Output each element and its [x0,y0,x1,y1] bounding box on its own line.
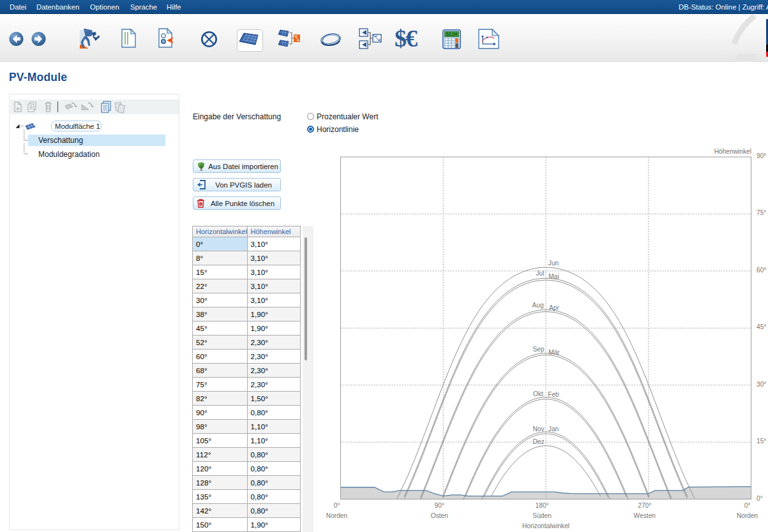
svg-text:Sep: Sep [532,346,544,353]
svg-text:Jul: Jul [536,270,544,277]
svg-text:180°: 180° [536,502,549,509]
svg-text:75°: 75° [757,209,766,216]
svg-text:Dez: Dez [532,438,544,445]
svg-text:0°: 0° [744,502,751,509]
svg-text:90°: 90° [757,152,766,159]
svg-text:Osten: Osten [431,512,448,519]
svg-text:45°: 45° [757,323,766,330]
svg-text:15°: 15° [757,438,766,445]
svg-text:Horizontalwinkel: Horizontalwinkel [522,522,569,529]
svg-text:Mär: Mär [548,349,560,356]
svg-text:Mai: Mai [548,273,559,280]
svg-text:0°: 0° [757,495,763,502]
svg-text:Jun: Jun [548,260,559,267]
svg-text:0°: 0° [334,502,340,509]
svg-text:30°: 30° [757,381,766,388]
svg-text:270°: 270° [638,502,651,509]
svg-text:Westen: Westen [634,512,656,519]
svg-text:90°: 90° [435,502,444,509]
svg-text:Okt: Okt [533,390,543,397]
svg-text:Jan: Jan [548,425,559,432]
svg-text:Aug: Aug [532,302,543,309]
svg-text:Feb: Feb [548,391,559,398]
svg-text:Apr: Apr [549,304,559,311]
svg-text:Nov: Nov [532,425,545,432]
svg-text:Norden: Norden [326,512,347,519]
svg-text:60°: 60° [757,267,766,274]
svg-text:Süden: Süden [532,512,551,519]
svg-text:Norden: Norden [737,512,758,519]
svg-text:Höhenwinkel: Höhenwinkel [714,148,751,155]
